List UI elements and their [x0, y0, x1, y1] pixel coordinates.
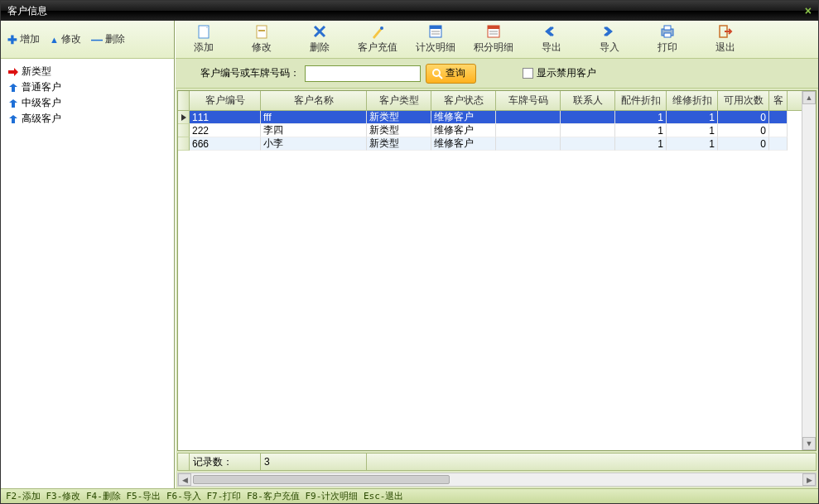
toolbar-label: 退出	[715, 41, 735, 55]
table-cell	[769, 111, 788, 124]
content-area: ✚ 增加 ▲ 修改 — 删除 新类型普通客户中级客户高级客户 添加修改删除客户充…	[1, 21, 818, 488]
search-button[interactable]: 查询	[426, 64, 476, 84]
record-count-label: 记录数：	[190, 454, 261, 470]
column-header[interactable]: 车牌号码	[496, 91, 561, 110]
table-body: 111fff新类型维修客户110222李四新类型维修客户110666小李新类型维…	[178, 111, 802, 151]
edit-triangle-icon: ▲	[50, 35, 59, 45]
row-gutter	[178, 137, 190, 151]
delete-button[interactable]: 删除	[300, 24, 340, 55]
horizontal-scrollbar[interactable]: ◀ ▶	[177, 473, 817, 487]
table-cell: 222	[190, 124, 261, 137]
column-header[interactable]: 联系人	[561, 91, 615, 110]
column-header[interactable]: 客户编号	[190, 91, 261, 110]
table-cell: 1	[615, 111, 667, 124]
show-disabled-checkbox[interactable]: 显示禁用客户	[523, 66, 596, 80]
exit-button[interactable]: 退出	[706, 24, 745, 55]
toolbar-label: 客户充值	[358, 41, 397, 55]
sidebar-delete-button[interactable]: — 删除	[91, 32, 125, 46]
recharge-button[interactable]: 客户充值	[358, 24, 397, 55]
table-cell: 新类型	[367, 137, 431, 151]
column-header[interactable]: 客	[769, 91, 788, 110]
column-header[interactable]: 配件折扣	[615, 91, 667, 110]
search-input[interactable]	[305, 65, 421, 82]
svg-rect-7	[430, 26, 441, 29]
add-icon	[195, 24, 212, 39]
table-cell: 111	[190, 111, 261, 124]
points-detail-icon	[485, 24, 502, 39]
main-toolbar: 添加修改删除客户充值计次明细积分明细导出导入打印退出	[176, 21, 818, 59]
table-cell: 维修客户	[431, 111, 496, 124]
footer-gutter	[178, 454, 190, 470]
tree-item-label: 普通客户	[22, 80, 61, 94]
column-header[interactable]: 维修折扣	[667, 91, 718, 110]
tree-item[interactable]: 新类型	[7, 64, 167, 79]
sidebar: ✚ 增加 ▲ 修改 — 删除 新类型普通客户中级客户高级客户	[1, 21, 175, 488]
scroll-left-icon[interactable]: ◀	[178, 473, 191, 486]
sidebar-edit-label: 修改	[61, 32, 81, 46]
scroll-up-icon[interactable]: ▲	[802, 91, 816, 104]
table-cell: 李四	[261, 124, 367, 137]
svg-rect-2	[258, 30, 265, 31]
table-row[interactable]: 222李四新类型维修客户110	[178, 124, 802, 137]
import-button[interactable]: 导入	[590, 24, 629, 55]
checkbox-icon	[523, 68, 533, 79]
status-text: F2-添加 F3-修改 F4-删除 F5-导出 F6-导入 F7-打印 F8-客…	[6, 490, 403, 502]
toolbar-label: 打印	[658, 41, 677, 55]
edit-button[interactable]: 修改	[242, 24, 282, 55]
svg-rect-1	[257, 26, 267, 38]
scroll-down-icon[interactable]: ▼	[802, 437, 816, 450]
export-icon	[543, 24, 560, 39]
points-detail-button[interactable]: 积分明细	[474, 24, 513, 55]
tree-item[interactable]: 高级客户	[7, 111, 167, 127]
vertical-scrollbar[interactable]: ▲ ▼	[802, 91, 816, 450]
add-button[interactable]: 添加	[184, 24, 224, 55]
titlebar: 客户信息 ×	[1, 1, 818, 21]
table-cell	[496, 111, 561, 124]
import-icon	[601, 24, 618, 39]
column-header[interactable]: 可用次数	[718, 91, 769, 110]
table-row[interactable]: 111fff新类型维修客户110	[178, 111, 802, 124]
record-count-value: 3	[261, 454, 367, 470]
table-cell: 维修客户	[431, 124, 496, 137]
close-icon[interactable]: ×	[805, 4, 812, 17]
exit-icon	[717, 24, 734, 39]
row-gutter	[178, 111, 190, 124]
table-cell: 新类型	[367, 111, 431, 124]
toolbar-label: 添加	[194, 41, 214, 55]
scroll-right-icon[interactable]: ▶	[802, 473, 816, 486]
recharge-icon	[369, 24, 386, 39]
print-button[interactable]: 打印	[648, 24, 687, 55]
scroll-thumb[interactable]	[193, 475, 450, 484]
count-detail-button[interactable]: 计次明细	[416, 24, 455, 55]
status-bar: F2-添加 F3-修改 F4-删除 F5-导出 F6-导入 F7-打印 F8-客…	[1, 488, 818, 503]
sidebar-delete-label: 删除	[105, 32, 125, 46]
arrow-up-icon	[7, 114, 19, 124]
count-detail-icon	[427, 24, 444, 39]
svg-rect-16	[664, 33, 671, 37]
tree-item-label: 中级客户	[22, 96, 61, 110]
table-footer: 记录数： 3	[177, 453, 817, 471]
table-cell	[561, 137, 615, 151]
table-row[interactable]: 666小李新类型维修客户110	[178, 137, 802, 151]
export-button[interactable]: 导出	[532, 24, 571, 55]
table-header: 客户编号客户名称客户类型客户状态车牌号码联系人配件折扣维修折扣可用次数客	[178, 91, 802, 111]
column-header[interactable]: 客户类型	[367, 91, 431, 110]
tree-item-label: 新类型	[22, 65, 51, 79]
sidebar-add-button[interactable]: ✚ 增加	[7, 32, 40, 46]
table-cell	[496, 124, 561, 137]
tree-item[interactable]: 中级客户	[7, 95, 167, 111]
sidebar-edit-button[interactable]: ▲ 修改	[50, 32, 81, 46]
column-header[interactable]: 客户名称	[261, 91, 367, 110]
arrow-up-icon	[7, 83, 19, 93]
search-bar: 客户编号或车牌号码： 查询 显示禁用客户	[176, 59, 818, 89]
window-title: 客户信息	[7, 4, 47, 18]
tree-item[interactable]: 普通客户	[7, 79, 167, 95]
magnifier-icon	[431, 68, 443, 79]
table-cell: 0	[718, 137, 769, 151]
svg-point-18	[433, 70, 440, 76]
table-cell: 1	[667, 111, 718, 124]
column-header[interactable]: 客户状态	[431, 91, 496, 110]
toolbar-label: 导出	[542, 41, 561, 55]
table-cell: 0	[718, 124, 769, 137]
svg-point-5	[380, 26, 383, 30]
